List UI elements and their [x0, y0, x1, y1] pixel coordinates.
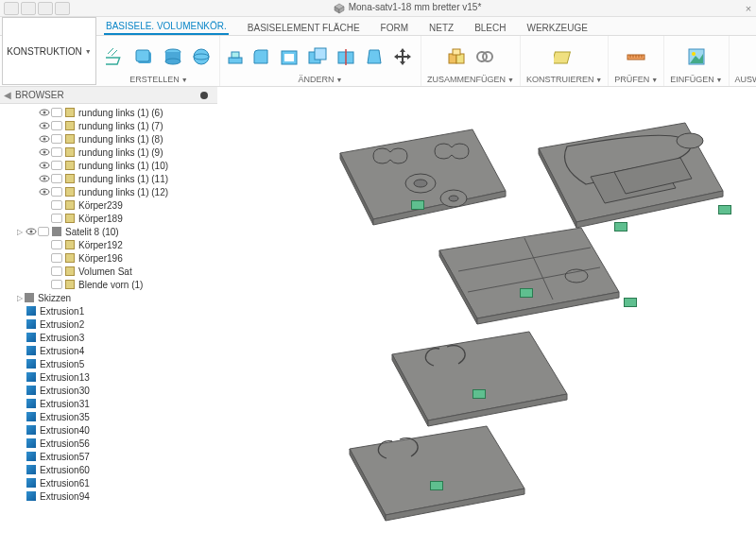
select-box[interactable]: [51, 240, 62, 249]
tree-row[interactable]: Extrusion2: [0, 317, 217, 331]
component-badge[interactable]: [624, 298, 637, 307]
shell-icon[interactable]: [277, 44, 301, 69]
tree-row[interactable]: Extrusion1: [0, 304, 217, 317]
tree-row[interactable]: Extrusion31: [0, 397, 217, 410]
workspace-dropdown[interactable]: KONSTRUKTION: [2, 17, 96, 85]
tree-row[interactable]: Körper192: [0, 238, 217, 251]
select-box[interactable]: [51, 174, 62, 183]
tree-row[interactable]: rundung links (1) (7): [0, 119, 217, 132]
press-pull-icon[interactable]: [226, 47, 245, 66]
tree-row[interactable]: rundung links (1) (9): [0, 146, 217, 159]
visibility-icon[interactable]: [38, 161, 51, 170]
visibility-icon[interactable]: [25, 227, 38, 236]
split-icon[interactable]: [334, 44, 358, 69]
tree-row[interactable]: Extrusion94: [0, 489, 217, 503]
select-box[interactable]: [51, 187, 62, 197]
sphere-icon[interactable]: [189, 44, 214, 69]
group-label[interactable]: ÄNDERN: [299, 75, 343, 84]
visibility-icon[interactable]: [38, 253, 51, 263]
visibility-icon[interactable]: [38, 200, 51, 210]
qat-button[interactable]: [4, 2, 19, 15]
select-box[interactable]: [51, 214, 62, 223]
visibility-icon[interactable]: [38, 174, 51, 183]
browser-settings-icon[interactable]: [200, 92, 208, 99]
group-label[interactable]: ERSTELLEN: [129, 75, 187, 84]
close-button[interactable]: ×: [741, 3, 756, 14]
select-box[interactable]: [51, 108, 62, 117]
ribbon-tab[interactable]: BASISELEMENT FLÄCHE: [246, 20, 362, 35]
visibility-icon[interactable]: [38, 108, 51, 117]
viewport-3d[interactable]: [217, 87, 756, 549]
ribbon-tab[interactable]: BASISELE. VOLUMENKÖR.: [104, 18, 229, 35]
tree-row[interactable]: Extrusion3: [0, 331, 217, 344]
tree-row[interactable]: Körper239: [0, 198, 217, 212]
tree-row[interactable]: Extrusion30: [0, 384, 217, 397]
tree-row[interactable]: ▷Skizzen: [0, 291, 217, 304]
tree-row[interactable]: rundung links (1) (8): [0, 132, 217, 146]
measure-icon[interactable]: [624, 44, 648, 69]
tree-row[interactable]: rundung links (1) (12): [0, 185, 217, 198]
tree-row[interactable]: rundung links (1) (11): [0, 172, 217, 185]
browser-header[interactable]: ◀ BROWSER: [0, 87, 217, 104]
tree-row[interactable]: Extrusion4: [0, 344, 217, 357]
visibility-icon[interactable]: [38, 280, 51, 289]
tree-row[interactable]: Volumen Sat: [0, 265, 217, 278]
combine-icon[interactable]: [305, 44, 330, 69]
component-badge[interactable]: [718, 205, 731, 214]
tree-row[interactable]: Extrusion60: [0, 463, 217, 476]
select-box[interactable]: [51, 253, 62, 263]
select-box[interactable]: [51, 161, 62, 170]
sketch-icon[interactable]: [104, 44, 129, 69]
tree-row[interactable]: ▷Satelit 8 (10): [0, 225, 217, 238]
visibility-icon[interactable]: [38, 187, 51, 197]
group-label[interactable]: PRÜFEN: [614, 75, 658, 84]
joint-icon[interactable]: [472, 44, 497, 69]
model-plate[interactable]: [430, 224, 628, 337]
tree-row[interactable]: Extrusion5: [0, 357, 217, 370]
select-box[interactable]: [51, 121, 62, 130]
qat-dropdown[interactable]: [55, 2, 70, 15]
select-box[interactable]: [38, 227, 49, 236]
move-icon[interactable]: [390, 44, 415, 69]
group-label[interactable]: KONSTRUIEREN: [526, 75, 602, 84]
qat-button[interactable]: [38, 2, 53, 15]
ribbon-tab[interactable]: NETZ: [427, 20, 455, 35]
tree-row[interactable]: Körper196: [0, 251, 217, 265]
group-label[interactable]: AUSWÄHLEN: [735, 75, 756, 84]
tree-row[interactable]: rundung links (1) (6): [0, 106, 217, 119]
model-plate[interactable]: [383, 328, 572, 437]
tree-row[interactable]: Extrusion35: [0, 410, 217, 423]
tree-row[interactable]: Extrusion56: [0, 437, 217, 450]
ribbon-tab[interactable]: FORM: [379, 20, 410, 35]
tree-row[interactable]: rundung links (1) (10): [0, 159, 217, 172]
group-label[interactable]: EINFÜGEN: [670, 75, 722, 84]
group-label[interactable]: ZUSAMMENFÜGEN: [427, 75, 514, 84]
select-box[interactable]: [51, 280, 62, 289]
box-icon[interactable]: [132, 44, 157, 69]
visibility-icon[interactable]: [38, 121, 51, 130]
collapse-icon[interactable]: ◀: [4, 90, 11, 100]
expand-icon[interactable]: ▷: [15, 294, 25, 302]
cylinder-icon[interactable]: [161, 44, 185, 69]
tree-row[interactable]: Extrusion13: [0, 370, 217, 384]
assemble-icon[interactable]: [444, 44, 469, 69]
select-box[interactable]: [51, 200, 62, 210]
tree-row[interactable]: Blende vorn (1): [0, 278, 217, 291]
visibility-icon[interactable]: [38, 147, 51, 157]
expand-icon[interactable]: ▷: [15, 228, 25, 236]
model-plate[interactable]: [340, 422, 529, 531]
model-plate[interactable]: [331, 125, 510, 238]
insert-icon[interactable]: [684, 44, 709, 69]
tree-row[interactable]: Extrusion61: [0, 476, 217, 489]
component-badge[interactable]: [411, 200, 424, 210]
tree-row[interactable]: Extrusion40: [0, 423, 217, 437]
component-badge[interactable]: [472, 389, 486, 399]
draft-icon[interactable]: [362, 44, 387, 69]
qat-button[interactable]: [21, 2, 36, 15]
construct-plane-icon[interactable]: [552, 44, 576, 69]
component-badge[interactable]: [430, 481, 443, 490]
ribbon-tab[interactable]: WERKZEUGE: [525, 20, 590, 35]
ribbon-tab[interactable]: BLECH: [472, 20, 507, 35]
fillet-icon[interactable]: [249, 44, 273, 69]
select-box[interactable]: [51, 134, 62, 144]
